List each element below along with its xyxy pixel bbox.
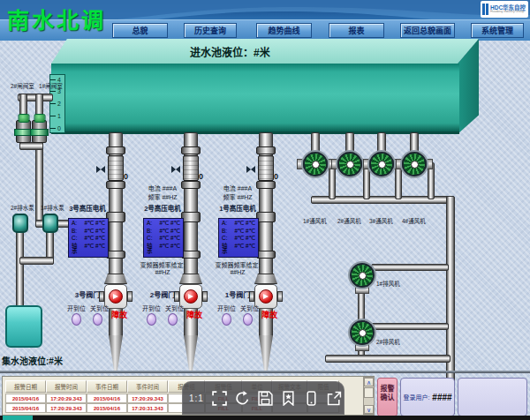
- motor-body: [183, 155, 199, 181]
- alarm-cell: 2015/04/16: [5, 403, 46, 413]
- pipe: [371, 264, 449, 271]
- closed-limit-label: 关到位: [165, 304, 184, 312]
- roof-fan-label: 4#通风机: [402, 216, 426, 225]
- scroll-down-button[interactable]: ∨: [364, 405, 374, 414]
- pipe-flange: [256, 146, 276, 154]
- sump-level-label: 集水池液位:#米: [2, 354, 63, 367]
- taskbar-strip: [0, 416, 530, 420]
- pipe-coupling: [181, 212, 201, 222]
- pipe: [19, 257, 54, 265]
- alarm-ack-button[interactable]: 报警确认: [377, 378, 398, 416]
- roof-fan-icon[interactable]: [402, 152, 427, 176]
- exhaust-fan-1-icon[interactable]: [350, 263, 375, 288]
- alarm-cell: 2015/04/16: [5, 394, 46, 403]
- alarm-table-scrollbar[interactable]: ∧ ∨: [363, 377, 375, 415]
- login-user-label: 登录用户:: [403, 393, 429, 401]
- scroll-up-button[interactable]: ∧: [364, 378, 374, 386]
- logo-mark-icon: [482, 4, 488, 15]
- logo-subtitle: Huadong Industry Group: [490, 11, 526, 14]
- pump-skirt: [179, 274, 202, 284]
- exhaust-fan-2-label: 2#排风机: [376, 337, 400, 346]
- pipe: [325, 355, 450, 363]
- roof-fan-label: 2#通风机: [337, 216, 361, 225]
- valve-label: 1号阀门: [222, 289, 254, 299]
- bookmark-icon[interactable]: [281, 391, 296, 406]
- scrollbar-thumb[interactable]: [364, 387, 374, 398]
- drain-pump-1[interactable]: [42, 214, 58, 233]
- pipe-coupling: [256, 212, 276, 222]
- alarm-col-header: 报警时间: [46, 380, 87, 393]
- one-to-one-zoom-button[interactable]: 1:1: [189, 394, 204, 403]
- flow-readout: 0: [199, 172, 203, 181]
- alarm-cell: 17:20:29.343: [46, 403, 87, 413]
- valve-wing: [127, 291, 132, 302]
- alarm-col-header: 报警日期: [5, 380, 46, 393]
- fit-screen-icon[interactable]: [212, 391, 227, 406]
- exhaust-fan-1-label: 1#排风机: [376, 279, 400, 288]
- alarm-col-header: 事件日期: [87, 380, 127, 393]
- motor-temp-panel: A:#℃#℃ B:#℃#℃ C:#℃#℃ 轴承#℃#℃: [143, 218, 184, 258]
- motor-label: 1号高压电机: [216, 203, 259, 213]
- share-icon[interactable]: [327, 391, 342, 406]
- valve-wing: [277, 291, 283, 302]
- pipe: [19, 142, 43, 150]
- motor-current: 电流 ###A: [141, 184, 184, 192]
- pipe-flange: [106, 146, 125, 154]
- ruler-mark: 0: [57, 125, 61, 131]
- login-user-value: ####: [432, 393, 451, 402]
- taskbar-chip: [3, 416, 33, 420]
- menu-button-report[interactable]: 报表: [329, 23, 384, 38]
- save-icon[interactable]: [258, 391, 273, 406]
- intake-tank: [51, 64, 459, 134]
- roof-fan-label: 1#通风机: [303, 216, 327, 225]
- pipe-coupling: [106, 212, 125, 222]
- fault-status-text: 故障: [110, 311, 126, 319]
- menu-button-overview[interactable]: 总貌: [112, 23, 168, 38]
- bottom-separator: [0, 371, 530, 373]
- valve-direction-icon: [109, 289, 123, 304]
- open-limit-label: 开到位: [142, 304, 161, 312]
- menu-button-return-overview[interactable]: 返回总貌画面: [400, 23, 455, 38]
- valve-direction-icon: [259, 289, 273, 304]
- gate-valve-2[interactable]: [16, 120, 31, 143]
- drain-pump-2[interactable]: [12, 214, 28, 233]
- motor-label: 3号高压电机: [66, 203, 109, 213]
- valve-label: 3号阀门: [72, 289, 103, 299]
- motor-temp-panel: A:#℃#℃ B:#℃#℃ C:#℃#℃ 轴承#℃#℃: [68, 218, 109, 258]
- closed-indicator-light: [93, 313, 102, 326]
- vfd-setpoint-label: 变频器频率给定:: [215, 260, 261, 269]
- pipe: [358, 291, 365, 323]
- pump-skirt: [104, 274, 127, 284]
- closed-limit-label: 关到位: [240, 304, 259, 312]
- roof-fan-icon[interactable]: [337, 152, 362, 176]
- closed-limit-label: 关到位: [90, 304, 109, 312]
- motor-current: 电流 ###A: [216, 184, 259, 192]
- pipe-flange: [181, 146, 201, 154]
- alarm-cell: 2015/04/16: [87, 394, 127, 403]
- exhaust-fan-2-icon[interactable]: [350, 320, 375, 345]
- pipe-flange: [106, 181, 125, 189]
- closed-indicator-light: [243, 313, 253, 326]
- alarm-cell: 17:20:29.343: [46, 394, 87, 403]
- pipe-flange: [256, 181, 276, 189]
- menu-button-system[interactable]: 系统管理: [471, 23, 524, 38]
- scada-screen: 南水北调 HDC华东自控 Huadong Industry Group 总貌 历…: [0, 0, 530, 420]
- menu-button-history[interactable]: 历史查询: [184, 23, 237, 38]
- drain-pump-1-label: 1#排水泵: [41, 203, 64, 212]
- fan-mount: [426, 159, 433, 169]
- menu-button-trend[interactable]: 趋势曲线: [256, 23, 312, 38]
- gate-valve-symbol-icon: [95, 165, 106, 174]
- rotate-icon[interactable]: [235, 391, 250, 406]
- vfd-setpoint-value: ##HZ: [140, 269, 186, 275]
- login-user-box[interactable]: 登录用户: ####: [400, 378, 455, 416]
- roof-fan-icon[interactable]: [369, 152, 394, 176]
- app-title: 南水北调: [7, 3, 106, 34]
- fault-status-text: 故障: [186, 311, 201, 319]
- motor-temp-panel: A:#℃#℃ B:#℃#℃ C:#℃#℃ 轴承#℃#℃: [218, 218, 259, 258]
- roof-fan-icon[interactable]: [303, 152, 328, 176]
- flow-readout: 0: [124, 172, 128, 181]
- gate-valve-1[interactable]: [32, 120, 47, 143]
- flow-readout: 0: [274, 172, 278, 181]
- pipe-flange: [106, 251, 125, 259]
- mobile-device-icon[interactable]: [304, 391, 319, 406]
